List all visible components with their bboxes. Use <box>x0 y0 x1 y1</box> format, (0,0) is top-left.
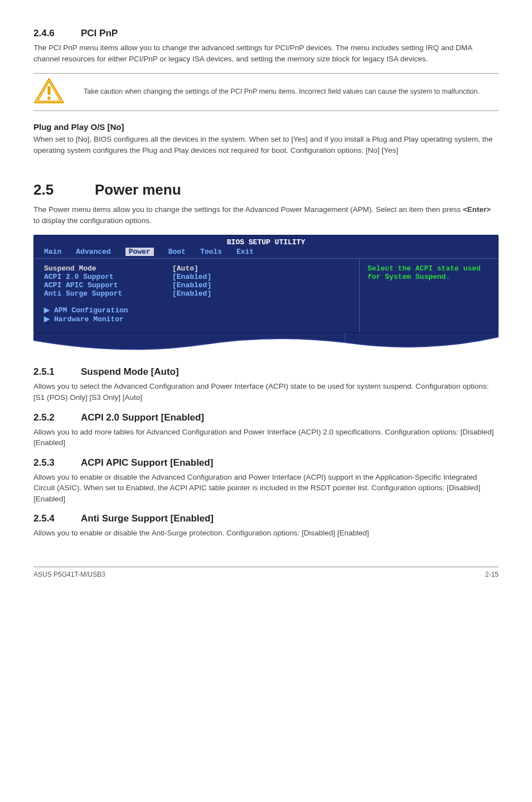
heading-title: ACPI 2.0 Support [Enabled] <box>81 412 204 423</box>
heading-num: 2.4.6 <box>33 28 81 39</box>
bios-tab-advanced[interactable]: Advanced <box>76 248 110 256</box>
heading-253: 2.5.3ACPI APIC Support [Enabled] <box>33 457 499 468</box>
bios-row-value: [Auto] <box>172 264 199 273</box>
bios-row-value: [Enabled] <box>172 273 211 281</box>
bios-menu: Main Advanced Power Boot Tools Exit <box>34 247 498 258</box>
heading-num: 2.5.1 <box>33 366 81 378</box>
heading-title: Suspend Mode [Auto] <box>81 366 179 377</box>
bios-help-panel: Select the ACPI state used for System Su… <box>360 259 498 332</box>
caution-icon <box>33 77 67 107</box>
footer-right: 2-15 <box>485 571 499 578</box>
bios-tab-main[interactable]: Main <box>44 248 61 256</box>
bios-tab-power[interactable]: Power <box>125 248 154 256</box>
divider <box>33 110 499 111</box>
heading-25: 2.5Power menu <box>33 181 499 199</box>
para-253: Allows you to enable or disable the Adva… <box>33 472 499 505</box>
bios-submenu[interactable]: Hardware Monitor <box>54 315 124 323</box>
heading-251: 2.5.1Suspend Mode [Auto] <box>33 366 499 378</box>
svg-rect-2 <box>47 86 50 95</box>
para-25: The Power menu items allow you to change… <box>33 204 499 226</box>
heading-title: Power menu <box>95 181 181 198</box>
bios-tab-exit[interactable]: Exit <box>236 248 254 256</box>
bios-tab-boot[interactable]: Boot <box>168 248 186 256</box>
para-246: The PCI PnP menu items allow you to chan… <box>33 42 499 64</box>
heading-246: 2.4.6PCI PnP <box>33 28 499 39</box>
torn-edge <box>33 333 499 352</box>
heading-title: Anti Surge Support [Enabled] <box>81 513 214 524</box>
heading-title: PCI PnP <box>81 28 118 38</box>
caution-block: Take caution when changing the settings … <box>33 73 499 111</box>
heading-title: ACPI APIC Support [Enabled] <box>81 457 213 468</box>
bios-left-panel: Suspend Mode[Auto] ACPI 2.0 Support[Enab… <box>34 259 360 332</box>
para-254: Allows you to enable or disable the Anti… <box>33 528 499 539</box>
heading-num: 2.5.4 <box>33 513 81 524</box>
bios-row-value: [Enabled] <box>172 281 211 289</box>
heading-num: 2.5.2 <box>33 412 81 423</box>
bios-row-value: [Enabled] <box>172 289 211 298</box>
subheading-plug-and-play: Plug and Play O/S [No] <box>33 122 499 132</box>
heading-num: 2.5 <box>33 181 95 199</box>
bios-row-label[interactable]: Suspend Mode <box>44 264 172 273</box>
bios-tab-tools[interactable]: Tools <box>200 248 222 256</box>
svg-point-3 <box>47 96 51 100</box>
bios-title: BIOS SETUP UTILITY <box>34 235 498 247</box>
bios-row-label[interactable]: ACPI 2.0 Support <box>44 273 172 281</box>
para-252: Allows you to add more tables for Advanc… <box>33 427 499 448</box>
heading-num: 2.5.3 <box>33 457 81 468</box>
bios-submenu[interactable]: APM Configuration <box>54 306 128 315</box>
para-plug-and-play: When set to [No], BIOS configures all th… <box>33 134 499 156</box>
heading-254: 2.5.4Anti Surge Support [Enabled] <box>33 513 499 524</box>
heading-252: 2.5.2ACPI 2.0 Support [Enabled] <box>33 412 499 423</box>
triangle-icon: ▶ <box>44 306 50 314</box>
para-251: Allows you to select the Advanced Config… <box>33 381 499 403</box>
bios-row-label[interactable]: Anti Surge Support <box>44 289 172 298</box>
footer-left: ASUS P5G41T-M/USB3 <box>33 571 105 578</box>
bios-row-label[interactable]: ACPI APIC Support <box>44 281 172 289</box>
caution-text: Take caution when changing the settings … <box>84 87 480 97</box>
bios-screenshot: BIOS SETUP UTILITY Main Advanced Power B… <box>33 235 499 352</box>
triangle-icon: ▶ <box>44 315 50 323</box>
page-footer: ASUS P5G41T-M/USB3 2-15 <box>33 567 499 578</box>
